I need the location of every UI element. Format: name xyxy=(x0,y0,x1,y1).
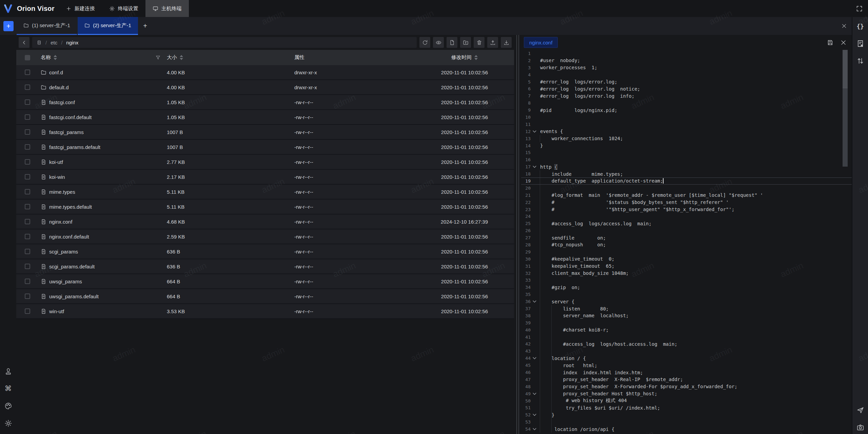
code-line-14[interactable]: 14} xyxy=(521,142,852,149)
code-line-38[interactable]: 38 server_name localhost; xyxy=(521,312,852,319)
column-header-name[interactable]: 名称 xyxy=(41,50,57,65)
file-name-cell[interactable]: koi-win xyxy=(41,170,65,184)
code-line-31[interactable]: 31 keepalive_timeout 65; xyxy=(521,263,852,270)
row-checkbox[interactable] xyxy=(25,244,30,259)
upload-button[interactable] xyxy=(487,37,498,48)
code-line-8[interactable]: 8 xyxy=(521,99,852,107)
code-line-25[interactable]: 25 #access_log logs/access.log main; xyxy=(521,220,852,227)
code-line-39[interactable]: 39 xyxy=(521,319,852,326)
row-checkbox[interactable] xyxy=(25,185,30,199)
code-line-16[interactable]: 16 xyxy=(521,156,852,163)
panel-close-button[interactable] xyxy=(841,17,847,35)
file-name-cell[interactable]: fastcgi_params xyxy=(41,125,84,139)
file-row-fastcgi_params.default[interactable]: fastcgi_params.default1007 B-rw-r--r--20… xyxy=(16,140,514,155)
row-checkbox[interactable] xyxy=(25,95,30,109)
row-checkbox[interactable] xyxy=(25,110,30,124)
delete-button[interactable] xyxy=(474,37,485,48)
path-breadcrumb[interactable]: / etc / nginx xyxy=(32,37,417,48)
settings-button[interactable] xyxy=(3,418,13,428)
filter-button[interactable] xyxy=(155,50,161,65)
fold-chevron-icon[interactable] xyxy=(532,299,537,304)
gutter-fold[interactable] xyxy=(531,129,538,134)
row-checkbox[interactable] xyxy=(25,304,30,318)
code-line-33[interactable]: 33 xyxy=(521,277,852,284)
code-line-2[interactable]: 2#user nobody; xyxy=(521,57,852,64)
code-line-17[interactable]: 17http { xyxy=(521,163,852,170)
file-row-fastcgi_params[interactable]: fastcgi_params1007 B-rw-r--r--2020-11-01… xyxy=(16,125,514,140)
code-line-53[interactable]: 53 xyxy=(521,418,852,426)
code-line-27[interactable]: 27 sendfile on; xyxy=(521,234,852,241)
new-file-button[interactable] xyxy=(447,37,457,48)
code-line-18[interactable]: 18 include mime.types; xyxy=(521,170,852,177)
code-line-48[interactable]: 48 proxy_set_header X-Forwarded-For $pro… xyxy=(521,383,852,390)
column-header-mtime[interactable]: 修改时间 xyxy=(451,50,478,65)
code-line-12[interactable]: 12events { xyxy=(521,128,852,135)
code-line-22[interactable]: 22 # '$status $body_bytes_sent "$http_re… xyxy=(521,199,852,206)
new-connection-button[interactable]: + xyxy=(3,21,14,31)
gutter-fold[interactable] xyxy=(531,356,538,360)
add-tab-button[interactable]: + xyxy=(138,17,152,35)
save-file-button[interactable] xyxy=(827,39,833,46)
gutter-fold[interactable] xyxy=(531,299,538,304)
file-row-fastcgi.conf.default[interactable]: fastcgi.conf.default1.05 KB-rw-r--r--202… xyxy=(16,110,514,125)
sort-icon[interactable] xyxy=(180,55,183,60)
code-line-10[interactable]: 10 xyxy=(521,114,852,121)
row-checkbox[interactable] xyxy=(25,155,30,169)
transfer-list-button[interactable] xyxy=(855,56,865,65)
row-checkbox[interactable] xyxy=(25,259,30,273)
code-line-3[interactable]: 3worker_processes 1; xyxy=(521,64,852,71)
new-folder-button[interactable] xyxy=(460,37,471,48)
file-name-cell[interactable]: fastcgi.conf.default xyxy=(41,110,92,124)
code-line-29[interactable]: 29 xyxy=(521,248,852,256)
file-row-mime.types.default[interactable]: mime.types.default5.11 KB-rw-r--r--2020-… xyxy=(16,200,514,214)
code-line-28[interactable]: 28 #tcp_nopush on; xyxy=(521,241,852,248)
fold-chevron-icon[interactable] xyxy=(532,165,537,169)
code-line-37[interactable]: 37 listen 80; xyxy=(521,305,852,312)
file-row-koi-win[interactable]: koi-win2.17 KB-rw-r--r--2020-11-01 10:02… xyxy=(16,170,514,185)
select-all-checkbox[interactable] xyxy=(25,50,30,65)
code-line-32[interactable]: 32 client_max_body_size 1048m; xyxy=(521,270,852,277)
breadcrumb-segment-nginx[interactable]: nginx xyxy=(66,40,78,45)
code-line-20[interactable]: 20 xyxy=(521,185,852,192)
code-line-36[interactable]: 36 server { xyxy=(521,298,852,305)
code-line-4[interactable]: 4 xyxy=(521,71,852,78)
editor-scrollbar[interactable] xyxy=(843,50,848,167)
stamp-seal-button[interactable] xyxy=(3,366,13,376)
file-name-cell[interactable]: mime.types.default xyxy=(41,200,92,214)
file-name-cell[interactable]: conf.d xyxy=(41,65,63,79)
code-line-40[interactable]: 40 #charset koi8-r; xyxy=(521,326,852,334)
refresh-button[interactable] xyxy=(419,37,430,48)
code-line-35[interactable]: 35 xyxy=(521,291,852,298)
code-line-7[interactable]: 7#error_log logs/error.log info; xyxy=(521,92,852,99)
code-line-34[interactable]: 34 #gzip on; xyxy=(521,284,852,291)
breadcrumb-segment-etc[interactable]: etc xyxy=(51,40,57,45)
code-line-54[interactable]: 54 location /orion/api { xyxy=(521,426,852,433)
code-line-11[interactable]: 11 xyxy=(521,121,852,128)
file-row-scgi_params.default[interactable]: scgi_params.default636 B-rw-r--r--2020-1… xyxy=(16,259,514,274)
open-file-tag[interactable]: nginx.conf xyxy=(524,37,558,48)
fold-chevron-icon[interactable] xyxy=(532,392,537,396)
file-name-cell[interactable]: koi-utf xyxy=(41,155,63,169)
code-line-49[interactable]: 49 proxy_set_header Host $http_host; xyxy=(521,390,852,397)
file-name-cell[interactable]: nginx.conf.default xyxy=(41,229,89,244)
code-line-51[interactable]: 51 try_files $uri $uri/ /index.html; xyxy=(521,404,852,412)
code-line-26[interactable]: 26 xyxy=(521,227,852,234)
code-line-24[interactable]: 24 xyxy=(521,213,852,220)
theme-palette-button[interactable] xyxy=(3,401,13,411)
code-line-21[interactable]: 21 #log_format main '$remote_addr - $rem… xyxy=(521,192,852,199)
download-button[interactable] xyxy=(501,37,512,48)
file-row-win-utf[interactable]: win-utf3.53 KB-rw-r--r--2020-11-01 10:02… xyxy=(16,304,514,319)
code-line-44[interactable]: 44 location / { xyxy=(521,355,852,362)
menu-terminal-settings[interactable]: 终端设置 xyxy=(102,0,145,17)
file-name-cell[interactable]: mime.types xyxy=(41,185,75,199)
back-button[interactable] xyxy=(19,37,29,48)
file-name-cell[interactable]: scgi_params.default xyxy=(41,259,95,273)
screenshot-button[interactable] xyxy=(855,422,865,432)
code-line-43[interactable]: 43 xyxy=(521,347,852,355)
file-row-conf.d[interactable]: conf.d4.00 KBdrwxr-xr-x2020-11-01 10:02:… xyxy=(16,65,514,80)
file-name-cell[interactable]: scgi_params xyxy=(41,244,78,259)
file-name-cell[interactable]: nginx.conf xyxy=(41,214,72,229)
code-line-15[interactable]: 15 xyxy=(521,149,852,156)
code-line-1[interactable]: 1 xyxy=(521,50,852,57)
code-line-23[interactable]: 23 # '"$http_user_agent" "$http_x_forwar… xyxy=(521,206,852,213)
